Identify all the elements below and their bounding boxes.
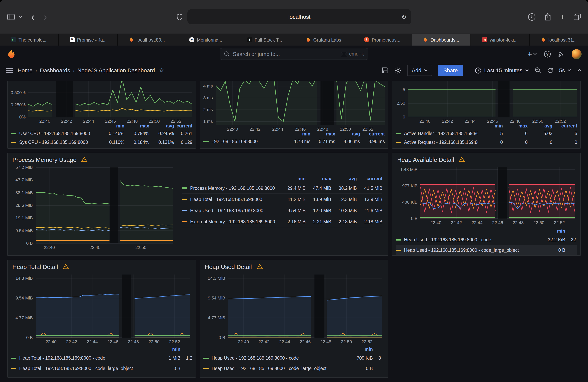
legend-header-current[interactable]: current (357, 176, 382, 181)
panel-title[interactable]: Heap Total Detail (12, 263, 58, 270)
reload-icon[interactable]: ↻ (401, 13, 407, 20)
news-rss-icon[interactable] (558, 51, 564, 57)
help-icon[interactable]: ? (544, 51, 551, 57)
legend-header-min[interactable]: min (286, 132, 310, 136)
series-label[interactable]: Active Handler - 192.168.185.169:8000 (404, 131, 478, 136)
series-label[interactable]: Heap Total - 192.168.185.169:8000 - (19, 376, 152, 378)
sidebar-toggle-icon[interactable] (7, 14, 15, 20)
series-color-dash (182, 221, 188, 222)
cpu-usage-chart[interactable]: 0%0.250%0.500%22:4022:4222:4422:4622:482… (8, 81, 195, 124)
response-time-chart[interactable]: 1 ms2 ms3 ms4 ms22:4022:4222:4422:4622:4… (201, 81, 387, 132)
breadcrumb-dashboards[interactable]: Dashboards (40, 67, 70, 74)
series-label[interactable]: Heap Used - 192.168.185.169:8000 - code_… (404, 248, 537, 252)
settings-gear-icon[interactable] (395, 67, 401, 74)
series-label[interactable]: Active Request - 192.168.185.169:8000 (404, 140, 478, 145)
legend-header-min[interactable]: min (152, 347, 180, 352)
legend-header-max[interactable]: max (306, 176, 331, 181)
panel-title[interactable]: Process Memory Usage (12, 156, 76, 163)
legend-header-min[interactable]: min (478, 123, 503, 128)
legend-header-current[interactable]: current (360, 132, 385, 136)
warning-icon[interactable] (63, 264, 69, 269)
series-label[interactable]: Heap Used - 192.168.185.169:8000 - (211, 376, 345, 378)
legend-header-min[interactable]: min (537, 229, 565, 233)
browser-tab[interactable]: n winston-loki... (471, 34, 530, 46)
shield-icon[interactable] (177, 13, 183, 20)
legend-header-min[interactable]: min (345, 347, 373, 352)
series-label[interactable]: Heap Used - 192.168.185.169:8000 (190, 208, 280, 213)
legend-header-current[interactable]: current (552, 123, 577, 128)
series-label[interactable]: Heap Total - 192.168.185.169:8000 - code… (19, 366, 152, 371)
series-label[interactable]: Heap Used - 192.168.185.169:8000 - code (211, 356, 345, 361)
browser-tab[interactable]: localhost:31... (530, 34, 588, 46)
legend-header-avg[interactable]: avg (335, 132, 360, 136)
browser-tab[interactable]: ● Monitoring... (177, 34, 235, 46)
warning-icon[interactable] (257, 264, 263, 269)
legend-header-avg[interactable]: avg (331, 176, 357, 181)
svg-text:22:48: 22:48 (128, 339, 139, 344)
legend-header-current[interactable]: current (174, 123, 192, 128)
clock-icon (475, 67, 482, 73)
share-icon[interactable] (544, 13, 551, 21)
time-range-picker[interactable]: Last 15 minutes (475, 67, 529, 73)
svg-text:22:48: 22:48 (320, 339, 331, 344)
tab-label: Prometheus... (372, 37, 400, 42)
stat-avg: 10.8 MiB (331, 208, 357, 213)
legend-header-min[interactable]: min (100, 123, 125, 128)
add-button[interactable]: Add (407, 65, 432, 76)
address-bar[interactable]: localhost ↻ (188, 9, 411, 24)
series-label[interactable]: External Memory - 192.168.185.169:8000 (190, 219, 280, 224)
browser-tab[interactable]: Grafana Labs (294, 34, 353, 46)
refresh-interval-label: 5s (559, 67, 565, 73)
heap-available-chart[interactable]: 0 B488 KiB977 KiB1.43 MiB22:4022:4222:44… (396, 166, 577, 226)
legend-header-max[interactable]: max (125, 123, 149, 128)
tab-overview-icon[interactable] (574, 14, 581, 20)
refresh-icon[interactable] (547, 67, 553, 73)
save-icon[interactable] (382, 67, 389, 74)
series-label[interactable]: Process Memory - 192.168.185.169:8000 (190, 186, 280, 191)
back-button[interactable]: ‹ (31, 12, 35, 22)
stat-max: 47.4 MiB (306, 186, 331, 191)
legend-header-min[interactable]: min (280, 176, 306, 181)
browser-tab[interactable]: localhost:80... (118, 34, 176, 46)
legend-header-avg[interactable]: avg (528, 123, 552, 128)
warning-icon[interactable] (81, 157, 87, 162)
process-memory-chart[interactable]: 0 B9.54 MiB19.1 MiB28.6 MiB38.1 MiB47.7 … (11, 166, 175, 250)
add-menu-button[interactable]: + (528, 50, 537, 58)
share-button[interactable]: Share (438, 65, 463, 76)
new-tab-icon[interactable]: + (560, 13, 565, 21)
series-label[interactable]: Heap Total - 192.168.185.169:8000 - code (19, 356, 152, 361)
heap-total-chart[interactable]: 0 B4.77 MiB9.54 MiB14.3 MiB22:4022:4222:… (11, 273, 192, 345)
grafana-logo[interactable] (6, 49, 16, 59)
active-handlers-chart[interactable]: 02.50522:4022:4222:4422:4622:4822:5022:5… (393, 81, 580, 124)
browser-tab[interactable]: ›_ The complet... (0, 34, 59, 46)
refresh-interval-picker[interactable]: 5s (559, 67, 571, 73)
chevron-down-icon[interactable] (19, 16, 22, 18)
browser-tab[interactable]: t Full Stack T... (235, 34, 294, 46)
legend-header-max[interactable]: max (503, 123, 528, 128)
panel-title[interactable]: Heap Used Detail (205, 263, 252, 270)
favorite-star-icon[interactable]: ☆ (159, 67, 164, 74)
series-label[interactable]: User CPU - 192.168.185.169:8000 (19, 131, 100, 136)
warning-icon[interactable] (459, 157, 465, 162)
collapse-chevron-icon[interactable] (577, 69, 582, 72)
user-avatar[interactable] (572, 49, 582, 59)
panel-title[interactable]: Heap Available Detail (397, 156, 454, 163)
forward-button[interactable]: › (43, 12, 47, 22)
series-color-dash (182, 199, 188, 200)
series-label[interactable]: 192.168.185.169:8000 (211, 139, 286, 144)
menu-toggle-icon[interactable] (6, 68, 13, 73)
series-label[interactable]: Heap Total - 192.168.185.169:8000 (190, 197, 280, 202)
zoom-out-icon[interactable] (535, 67, 541, 74)
downloads-icon[interactable] (528, 13, 535, 20)
breadcrumb-home[interactable]: Home (18, 67, 33, 74)
search-input[interactable]: Search or jump to... cmd+k (220, 48, 368, 60)
series-label[interactable]: Heap Used - 192.168.185.169:8000 - code (404, 237, 537, 242)
series-label[interactable]: Sys CPU - 192.168.185.169:8000 (19, 140, 100, 145)
browser-tab[interactable]: Prometheus... (353, 34, 412, 46)
browser-tab-active[interactable]: Dashboards... (412, 34, 471, 46)
series-label[interactable]: Heap Used - 192.168.185.169:8000 - code_… (211, 366, 345, 371)
legend-header-max[interactable]: max (310, 132, 335, 136)
browser-tab[interactable]: M Promise - Ja... (59, 34, 118, 46)
heap-used-chart[interactable]: 0 B4.77 MiB9.54 MiB14.3 MiB22:4022:4222:… (203, 273, 385, 345)
legend-header-avg[interactable]: avg (149, 123, 174, 128)
